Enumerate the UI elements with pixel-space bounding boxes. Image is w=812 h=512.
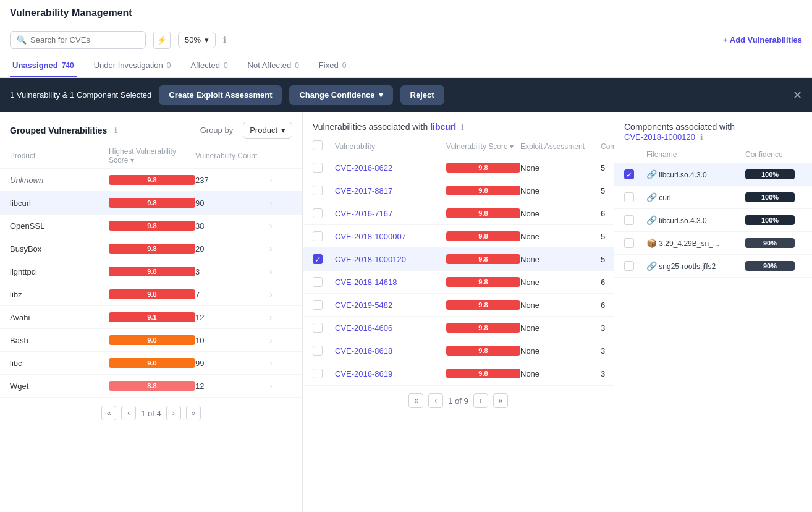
prev-page-button[interactable]: ‹ [121,406,136,420]
table-row[interactable]: CVE-2018-1000007 9.8 None 5 › [303,225,614,248]
list-item[interactable]: 🔗 curl 100% [614,186,812,209]
chevron-right-icon: › [269,175,288,185]
table-row[interactable]: CVE-2016-4606 9.8 None 3 › [303,317,614,339]
table-row[interactable]: ✓ CVE-2018-1000120 9.8 None 5 › [303,248,614,271]
filter-button[interactable]: ⚡ [153,32,171,49]
row-checkbox[interactable]: ✓ [624,169,634,179]
row-checkbox[interactable] [624,238,634,248]
filter-icon: ⚡ [157,35,167,45]
tab-fixed[interactable]: Fixed 0 [316,54,349,77]
middle-panel: Vulnerabilities associated with libcurl … [303,112,614,512]
row-checkbox[interactable] [624,215,634,225]
list-item[interactable]: ✓ 🔗 libcurl.so.4.3.0 100% [614,163,812,186]
table-row[interactable]: CVE-2016-8622 9.8 None 5 › [303,156,614,179]
chevron-right-icon: › [269,221,288,231]
cve-link[interactable]: CVE-2016-8622 [335,163,446,173]
chevron-right-icon: › [269,244,288,254]
middle-pagination: « ‹ 1 of 9 › » [303,385,614,416]
chevron-right-icon: › [269,381,288,391]
table-row[interactable]: CVE-2018-14618 9.8 None 6 › [303,271,614,294]
add-vulnerabilities-button[interactable]: + Add Vulnerabilities [723,35,802,45]
table-row[interactable]: Bash 9.0 10 › [0,329,302,352]
row-checkbox[interactable] [313,163,323,173]
row-checkbox[interactable]: ✓ [313,254,323,264]
cve-link[interactable]: CVE-2016-7167 [335,209,446,218]
list-item[interactable]: 🔗 libcurl.so.4.3.0 100% [614,209,812,232]
first-page-button[interactable]: « [408,393,423,408]
table-row[interactable]: libcurl 9.8 90 › [0,192,302,215]
cve-link[interactable]: CVE-2016-4606 [335,323,446,333]
list-item[interactable]: 🔗 sng25-rootfs.jffs2 90% [614,255,812,278]
tab-affected[interactable]: Affected 0 [188,54,230,77]
chevron-down-icon: ▾ [205,35,209,45]
prev-page-button[interactable]: ‹ [428,393,443,408]
close-icon[interactable]: ✕ [793,88,802,102]
table-row[interactable]: CVE-2017-8817 9.8 None 5 › [303,179,614,202]
select-all-checkbox[interactable] [313,140,323,150]
row-checkbox[interactable] [313,300,323,310]
next-page-button[interactable]: › [473,393,488,408]
mid-col-headers: Vulnerability Vulnerability Score ▾ Expl… [303,137,614,156]
left-col-headers: Product Highest Vulnerability Score ▾ Vu… [0,143,302,169]
table-row[interactable]: OpenSSL 9.8 38 › [0,215,302,237]
table-row[interactable]: CVE-2019-5482 9.8 None 6 › [303,294,614,317]
create-exploit-assessment-button[interactable]: Create Exploit Assessment [159,85,282,105]
last-page-button[interactable]: » [493,393,508,408]
confidence-selector[interactable]: 50% ▾ [178,32,216,48]
cve-link[interactable]: CVE-2017-8817 [335,186,446,195]
cve-link[interactable]: CVE-2016-8618 [335,346,446,356]
chevron-right-icon: › [269,358,288,368]
tab-not-affected[interactable]: Not Affected 0 [245,54,302,77]
reject-button[interactable]: Reject [400,85,444,105]
cve-link[interactable]: CVE-2019-5482 [335,301,446,310]
cve-link[interactable]: CVE-2016-8619 [335,369,446,378]
table-row[interactable]: CVE-2016-8619 9.8 None 3 › [303,362,614,385]
cve-link[interactable]: CVE-2018-14618 [335,278,446,287]
page-header: Vulnerability Management [0,0,812,19]
next-page-button[interactable]: › [166,406,181,420]
info-icon: ℹ [223,35,226,45]
last-page-button[interactable]: » [186,406,201,420]
page-title: Vulnerability Management [10,7,802,19]
cve-link[interactable]: CVE-2018-1000007 [335,232,446,241]
chevron-down-icon: ▾ [281,126,285,135]
table-row[interactable]: Wget 8.8 12 › [0,375,302,398]
table-row[interactable]: CVE-2016-8618 9.8 None 3 › [303,339,614,362]
row-checkbox[interactable] [313,186,323,195]
tab-under-investigation[interactable]: Under Investigation 0 [91,54,174,77]
chevron-right-icon: › [269,312,288,322]
search-input[interactable] [30,35,139,45]
toolbar: 🔍 ⚡ 50% ▾ ℹ + Add Vulnerabilities [0,26,812,54]
first-page-button[interactable]: « [101,406,116,420]
tab-unassigned[interactable]: Unassigned 740 [10,54,77,77]
table-row[interactable]: CVE-2016-7167 9.8 None 6 › [303,202,614,225]
confidence-value: 50% [185,35,201,45]
row-checkbox[interactable] [313,323,323,333]
group-by-select[interactable]: Product ▾ [243,122,292,139]
left-pagination: « ‹ 1 of 4 › » [0,398,302,428]
chevron-down-icon: ▾ [379,90,383,100]
page-info: 1 of 4 [141,409,161,418]
cve-link[interactable]: CVE-2018-1000120 [624,132,695,142]
page-info: 1 of 9 [448,396,468,406]
right-panel: Components associated with CVE-2018-1000… [614,112,812,512]
row-checkbox[interactable] [313,277,323,287]
table-row[interactable]: libz 9.8 7 › [0,283,302,306]
row-checkbox[interactable] [313,369,323,378]
table-row[interactable]: lighttpd 9.8 3 › [0,260,302,283]
row-checkbox[interactable] [313,231,323,241]
table-row[interactable]: libc 9.0 99 › [0,352,302,375]
list-item[interactable]: 📦 3.29_4.29B_sn_... 90% [614,232,812,255]
info-icon: ℹ [114,126,117,135]
search-box[interactable]: 🔍 [10,31,146,49]
change-confidence-button[interactable]: Change Confidence ▾ [289,85,392,105]
table-row[interactable]: Unknown 9.8 237 › [0,169,302,192]
row-checkbox[interactable] [624,261,634,271]
table-row[interactable]: Avahi 9.1 12 › [0,306,302,329]
row-checkbox[interactable] [313,208,323,218]
row-checkbox[interactable] [313,346,323,356]
row-checkbox[interactable] [624,192,634,202]
table-row[interactable]: BusyBox 9.8 20 › [0,237,302,260]
info-icon: ℹ [461,123,464,132]
cve-link[interactable]: CVE-2018-1000120 [335,255,446,264]
